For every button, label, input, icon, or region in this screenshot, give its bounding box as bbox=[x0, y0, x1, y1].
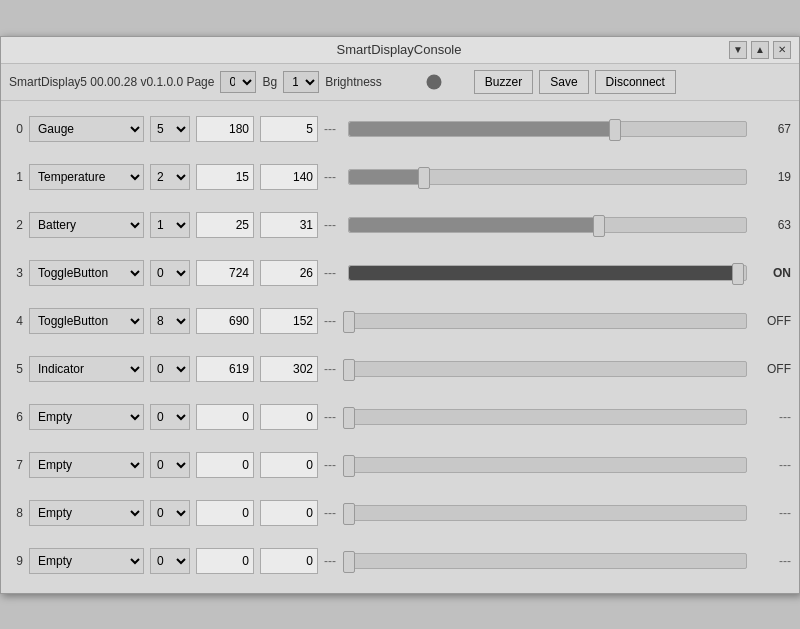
row-index-0: 0 bbox=[9, 122, 23, 136]
slider-track-1 bbox=[348, 169, 747, 185]
slider-track-6 bbox=[348, 409, 747, 425]
buzzer-button[interactable]: Buzzer bbox=[474, 70, 533, 94]
slider-container-5 bbox=[348, 361, 747, 377]
type-select-2[interactable]: EmptyGaugeTemperatureBatteryToggleButton… bbox=[29, 212, 144, 238]
slider-track-5 bbox=[348, 361, 747, 377]
dash-9: --- bbox=[324, 554, 342, 568]
val2-input-2[interactable] bbox=[260, 212, 318, 238]
val1-input-5[interactable] bbox=[196, 356, 254, 382]
val2-input-3[interactable] bbox=[260, 260, 318, 286]
type-select-4[interactable]: EmptyGaugeTemperatureBatteryToggleButton… bbox=[29, 308, 144, 334]
bg-select[interactable]: 1023 bbox=[283, 71, 319, 93]
status-label-4: OFF bbox=[753, 314, 791, 328]
dash-1: --- bbox=[324, 170, 342, 184]
row-8: 8 EmptyGaugeTemperatureBatteryToggleButt… bbox=[9, 491, 791, 535]
val1-input-4[interactable] bbox=[196, 308, 254, 334]
slider-thumb-6[interactable] bbox=[343, 407, 355, 429]
val2-input-1[interactable] bbox=[260, 164, 318, 190]
value-display-1: 19 bbox=[753, 170, 791, 184]
type-select-8[interactable]: EmptyGaugeTemperatureBatteryToggleButton… bbox=[29, 500, 144, 526]
dash-8: --- bbox=[324, 506, 342, 520]
slider-container-0 bbox=[348, 121, 747, 137]
num-select-2[interactable]: 0123456789 bbox=[150, 212, 190, 238]
val1-input-6[interactable] bbox=[196, 404, 254, 430]
slider-track-0 bbox=[348, 121, 747, 137]
row-index-2: 2 bbox=[9, 218, 23, 232]
num-select-5[interactable]: 0123456789 bbox=[150, 356, 190, 382]
slider-track-7 bbox=[348, 457, 747, 473]
save-button[interactable]: Save bbox=[539, 70, 588, 94]
val2-input-9[interactable] bbox=[260, 548, 318, 574]
slider-fill-2 bbox=[349, 218, 599, 232]
slider-thumb-8[interactable] bbox=[343, 503, 355, 525]
val1-input-8[interactable] bbox=[196, 500, 254, 526]
val2-input-0[interactable] bbox=[260, 116, 318, 142]
dash-0: --- bbox=[324, 122, 342, 136]
row-4: 4 EmptyGaugeTemperatureBatteryToggleButt… bbox=[9, 299, 791, 343]
val1-input-7[interactable] bbox=[196, 452, 254, 478]
num-select-0[interactable]: 0123456789 bbox=[150, 116, 190, 142]
row-index-3: 3 bbox=[9, 266, 23, 280]
window-title: SmartDisplayConsole bbox=[69, 42, 729, 57]
val1-input-2[interactable] bbox=[196, 212, 254, 238]
close-button[interactable]: ✕ bbox=[773, 41, 791, 59]
slider-track-8 bbox=[348, 505, 747, 521]
maximize-button[interactable]: ▲ bbox=[751, 41, 769, 59]
num-select-1[interactable]: 0123456789 bbox=[150, 164, 190, 190]
val2-input-6[interactable] bbox=[260, 404, 318, 430]
num-select-6[interactable]: 0123456789 bbox=[150, 404, 190, 430]
type-select-9[interactable]: EmptyGaugeTemperatureBatteryToggleButton… bbox=[29, 548, 144, 574]
val2-input-7[interactable] bbox=[260, 452, 318, 478]
main-window: SmartDisplayConsole ▼ ▲ ✕ SmartDisplay5 … bbox=[0, 36, 800, 594]
row-7: 7 EmptyGaugeTemperatureBatteryToggleButt… bbox=[9, 443, 791, 487]
dash-4: --- bbox=[324, 314, 342, 328]
row-6: 6 EmptyGaugeTemperatureBatteryToggleButt… bbox=[9, 395, 791, 439]
slider-container-6 bbox=[348, 409, 747, 425]
dash-7: --- bbox=[324, 458, 342, 472]
device-label: SmartDisplay5 00.00.28 v0.1.0.0 Page bbox=[9, 75, 214, 89]
type-select-0[interactable]: EmptyGaugeTemperatureBatteryToggleButton… bbox=[29, 116, 144, 142]
type-select-5[interactable]: EmptyGaugeTemperatureBatteryToggleButton… bbox=[29, 356, 144, 382]
slider-thumb-9[interactable] bbox=[343, 551, 355, 573]
slider-container-2 bbox=[348, 217, 747, 233]
val1-input-1[interactable] bbox=[196, 164, 254, 190]
slider-thumb-5[interactable] bbox=[343, 359, 355, 381]
row-0: 0 EmptyGaugeTemperatureBatteryToggleButt… bbox=[9, 107, 791, 151]
slider-thumb-4[interactable] bbox=[343, 311, 355, 333]
slider-track-3 bbox=[348, 265, 747, 281]
brightness-label: Brightness bbox=[325, 75, 382, 89]
num-select-4[interactable]: 0123456789 bbox=[150, 308, 190, 334]
slider-thumb-3[interactable] bbox=[732, 263, 744, 285]
slider-thumb-7[interactable] bbox=[343, 455, 355, 477]
slider-container-9 bbox=[348, 553, 747, 569]
num-select-3[interactable]: 0123456789 bbox=[150, 260, 190, 286]
page-select[interactable]: 0123 bbox=[220, 71, 256, 93]
val2-input-4[interactable] bbox=[260, 308, 318, 334]
row-5: 5 EmptyGaugeTemperatureBatteryToggleButt… bbox=[9, 347, 791, 391]
num-select-8[interactable]: 0123456789 bbox=[150, 500, 190, 526]
slider-thumb-2[interactable] bbox=[593, 215, 605, 237]
type-select-6[interactable]: EmptyGaugeTemperatureBatteryToggleButton… bbox=[29, 404, 144, 430]
val2-input-5[interactable] bbox=[260, 356, 318, 382]
num-select-9[interactable]: 0123456789 bbox=[150, 548, 190, 574]
val2-input-8[interactable] bbox=[260, 500, 318, 526]
slider-track-2 bbox=[348, 217, 747, 233]
val1-input-0[interactable] bbox=[196, 116, 254, 142]
row-index-7: 7 bbox=[9, 458, 23, 472]
type-select-1[interactable]: EmptyGaugeTemperatureBatteryToggleButton… bbox=[29, 164, 144, 190]
brightness-slider[interactable] bbox=[388, 74, 468, 90]
status-label-7: --- bbox=[753, 458, 791, 472]
row-9: 9 EmptyGaugeTemperatureBatteryToggleButt… bbox=[9, 539, 791, 583]
val1-input-3[interactable] bbox=[196, 260, 254, 286]
slider-thumb-1[interactable] bbox=[418, 167, 430, 189]
title-bar: SmartDisplayConsole ▼ ▲ ✕ bbox=[1, 37, 799, 64]
minimize-button[interactable]: ▼ bbox=[729, 41, 747, 59]
num-select-7[interactable]: 0123456789 bbox=[150, 452, 190, 478]
type-select-7[interactable]: EmptyGaugeTemperatureBatteryToggleButton… bbox=[29, 452, 144, 478]
type-select-3[interactable]: EmptyGaugeTemperatureBatteryToggleButton… bbox=[29, 260, 144, 286]
dash-5: --- bbox=[324, 362, 342, 376]
slider-thumb-0[interactable] bbox=[609, 119, 621, 141]
val1-input-9[interactable] bbox=[196, 548, 254, 574]
disconnect-button[interactable]: Disconnect bbox=[595, 70, 676, 94]
slider-container-1 bbox=[348, 169, 747, 185]
